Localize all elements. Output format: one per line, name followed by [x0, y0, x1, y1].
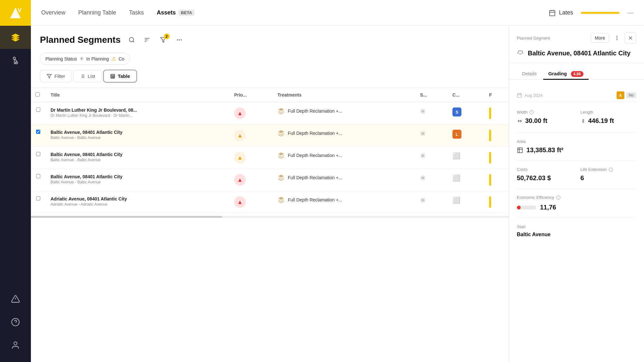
- costs-label: Costs: [517, 167, 573, 172]
- efficiency-bar-row: 11,76: [517, 204, 636, 211]
- start-value: Baltic Avenue: [517, 232, 636, 237]
- sidebar-item-help[interactable]: [0, 311, 31, 334]
- filter-tab[interactable]: Filter: [40, 70, 72, 82]
- row-checkbox[interactable]: [36, 130, 40, 134]
- main-content: Overview Planning Table Tasks Assets BET…: [31, 0, 644, 362]
- nav-dash: —: [627, 9, 634, 16]
- row-c-cell: ⬜: [447, 191, 484, 213]
- nav-right: Lates —: [549, 9, 634, 16]
- width-metric: Width 30.00 ft: [517, 110, 573, 125]
- sort-button[interactable]: [141, 34, 153, 46]
- beta-badge: BETA: [178, 10, 194, 16]
- priority-icon: ▲: [234, 196, 246, 208]
- nav-tasks[interactable]: Tasks: [129, 7, 144, 19]
- treatment-cell: Full Depth Reclamation +...: [278, 130, 410, 137]
- view-tabs: Filter List Table: [31, 70, 509, 88]
- life-ext-value: 6: [581, 174, 637, 182]
- start-label: Start: [517, 224, 636, 229]
- horizontal-scrollbar[interactable]: [31, 216, 509, 218]
- priority-icon: ▲: [234, 152, 246, 163]
- start-section: Start Baltic Avenue: [517, 218, 636, 244]
- lates-button[interactable]: Lates: [549, 9, 573, 16]
- row-checkbox[interactable]: [36, 174, 40, 178]
- treatment-cell: Full Depth Reclamation +...: [278, 174, 410, 181]
- life-ext-label: Life Extension: [581, 167, 637, 172]
- row-checkbox[interactable]: [36, 196, 40, 200]
- treatment-text: Full Depth Reclamation +...: [288, 175, 342, 180]
- row-title: Baltic Avenue, 08401 Atlantic City: [51, 152, 224, 157]
- co-label: Co: [118, 56, 124, 61]
- row-status-cell: ✳: [415, 169, 447, 191]
- treatment-icon: [278, 196, 285, 203]
- sidebar-item-layers[interactable]: [0, 26, 31, 49]
- row-checkbox[interactable]: [36, 107, 40, 112]
- treatment-icon: [278, 152, 285, 159]
- table-row[interactable]: Adriatic Avenue, 08401 Atlantic City Adr…: [31, 191, 509, 213]
- more-options-button[interactable]: [174, 34, 185, 46]
- row-status-cell: ✳: [415, 191, 447, 213]
- f-indicator: [489, 107, 491, 119]
- sidebar-item-route[interactable]: [0, 49, 31, 72]
- left-panel: Planned Segments: [31, 26, 509, 362]
- width-label: Width: [517, 110, 573, 115]
- table-row[interactable]: Baltic Avenue, 08401 Atlantic City Balti…: [31, 147, 509, 169]
- planning-status-label: Planning Status: [45, 56, 77, 61]
- table-row[interactable]: Baltic Avenue, 08401 Atlantic City Balti…: [31, 169, 509, 191]
- costs-item: Costs 50,762.03 $: [517, 167, 573, 182]
- more-button[interactable]: More: [591, 33, 609, 43]
- svg-text:V: V: [18, 7, 22, 14]
- svg-point-9: [14, 342, 17, 345]
- col-status: S...: [415, 88, 447, 102]
- tag-row: A No: [617, 91, 636, 99]
- costs-value: 50,762.03 $: [517, 174, 573, 182]
- status-asterisk-icon: ✳: [420, 196, 426, 204]
- area-value: 13,385.83 ft²: [517, 146, 636, 154]
- table-row[interactable]: Dr Martin Luther King Jr Boulevard, 08..…: [31, 102, 509, 125]
- close-panel-button[interactable]: [625, 32, 636, 44]
- tab-grading[interactable]: Grading 4.86: [543, 68, 589, 80]
- efficiency-bar: [517, 206, 536, 209]
- svg-point-22: [181, 39, 182, 40]
- row-title-cell: Baltic Avenue, 08401 Atlantic City Balti…: [45, 147, 229, 169]
- filter-badge-button[interactable]: 2: [157, 33, 170, 46]
- filter-count: 2: [164, 33, 170, 39]
- tab-details[interactable]: Details: [517, 68, 542, 80]
- row-f-cell: [484, 102, 509, 125]
- dots-menu-button[interactable]: [612, 33, 622, 43]
- treatment-icon: [278, 130, 285, 137]
- nav-assets[interactable]: Assets BETA: [157, 7, 194, 19]
- sidebar-logo: V: [0, 0, 31, 26]
- row-subtitle: Baltic Avenue - Baltic Avenue: [51, 158, 224, 162]
- table-row[interactable]: Baltic Avenue, 08401 Atlantic City Balti…: [31, 125, 509, 147]
- progress-bar: [581, 12, 620, 14]
- planning-status-chip[interactable]: Planning Status ✳ In Planning ⚠ Co: [40, 53, 130, 65]
- sidebar-item-warning[interactable]: [0, 287, 31, 311]
- row-c-cell: ⬜: [447, 169, 484, 191]
- asterisk-icon: ✳: [80, 56, 84, 62]
- row-status-cell: ✳: [415, 147, 447, 169]
- row-title: Baltic Avenue, 08401 Atlantic City: [51, 130, 224, 135]
- list-tab[interactable]: List: [73, 70, 102, 82]
- nav-planning-table[interactable]: Planning Table: [78, 7, 116, 19]
- svg-rect-40: [517, 94, 521, 97]
- treatment-text: Full Depth Reclamation +...: [288, 108, 342, 114]
- grading-score-badge: 4.86: [571, 71, 583, 77]
- life-ext-item: Life Extension 6: [581, 167, 637, 182]
- row-checkbox[interactable]: [36, 152, 40, 156]
- right-panel: Planned Segment More: [509, 26, 644, 362]
- nav-overview[interactable]: Overview: [41, 7, 65, 19]
- row-subtitle: Baltic Avenue - Baltic Avenue: [51, 135, 224, 140]
- filter-row: Planning Status ✳ In Planning ⚠ Co: [31, 53, 509, 70]
- f-indicator: [489, 130, 491, 141]
- search-button[interactable]: [126, 34, 137, 46]
- lates-label: Lates: [559, 9, 573, 16]
- sidebar-item-user[interactable]: [0, 334, 31, 357]
- select-all-checkbox[interactable]: [35, 92, 40, 97]
- right-panel-header: Planned Segment More: [509, 26, 644, 63]
- table-tab[interactable]: Table: [103, 70, 137, 82]
- efficiency-section: Economic Efficiency 11,76: [517, 189, 636, 218]
- svg-point-37: [617, 39, 618, 40]
- row-title-cell: Adriatic Avenue, 08401 Atlantic City Adr…: [45, 191, 229, 213]
- col-treatments: Treatments: [272, 88, 415, 102]
- row-f-cell: [484, 191, 509, 213]
